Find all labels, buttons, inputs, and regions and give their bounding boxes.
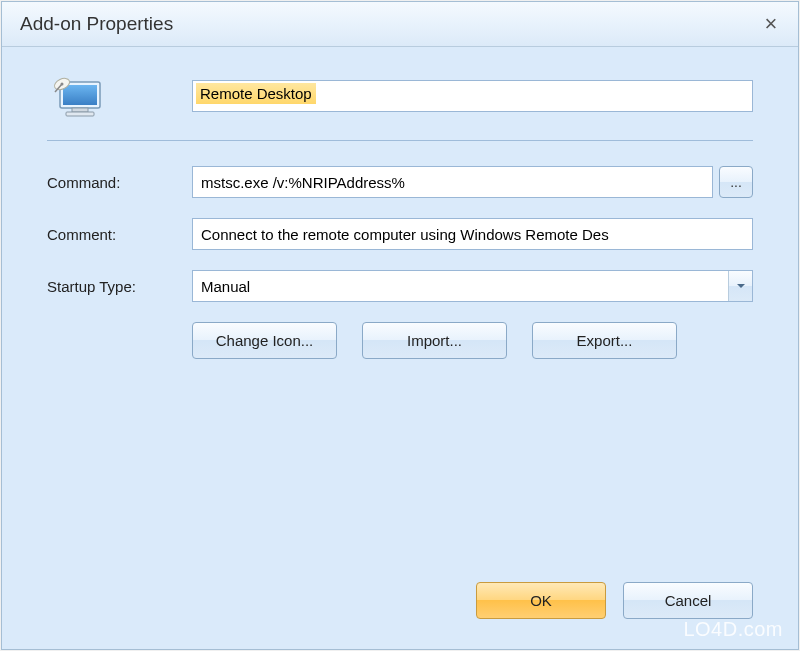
svg-rect-2 — [72, 108, 88, 112]
comment-input[interactable] — [192, 218, 753, 250]
titlebar: Add-on Properties × — [2, 2, 798, 47]
addon-name-input[interactable]: Remote Desktop — [192, 80, 753, 112]
dialog-footer: OK Cancel — [476, 582, 753, 619]
cancel-button[interactable]: Cancel — [623, 582, 753, 619]
startup-row: Startup Type: Manual — [47, 270, 753, 302]
name-row: Remote Desktop — [47, 72, 753, 120]
command-row: Command: ... — [47, 166, 753, 198]
remote-desktop-icon — [52, 72, 104, 120]
separator — [47, 140, 753, 141]
dialog-content: Remote Desktop Command: ... Comment: Sta… — [2, 47, 798, 379]
action-button-row: Change Icon... Import... Export... — [192, 322, 753, 359]
comment-label: Comment: — [47, 226, 192, 243]
svg-point-6 — [61, 83, 64, 86]
command-label: Command: — [47, 174, 192, 191]
ellipsis-icon: ... — [730, 174, 742, 190]
addon-name-value: Remote Desktop — [196, 83, 316, 104]
svg-rect-1 — [63, 85, 97, 105]
watermark: LO4D.com — [683, 618, 783, 641]
svg-rect-3 — [66, 112, 94, 116]
startup-type-value: Manual — [201, 278, 250, 295]
chevron-down-icon[interactable] — [728, 271, 752, 301]
command-input[interactable] — [192, 166, 713, 198]
export-button[interactable]: Export... — [532, 322, 677, 359]
addon-properties-dialog: Add-on Properties × — [1, 1, 799, 650]
dialog-title: Add-on Properties — [20, 13, 173, 35]
browse-command-button[interactable]: ... — [719, 166, 753, 198]
addon-icon-wrap — [47, 72, 157, 120]
close-icon: × — [765, 11, 778, 36]
import-button[interactable]: Import... — [362, 322, 507, 359]
startup-type-label: Startup Type: — [47, 278, 192, 295]
startup-type-select[interactable]: Manual — [192, 270, 753, 302]
comment-row: Comment: — [47, 218, 753, 250]
close-button[interactable]: × — [756, 11, 786, 37]
change-icon-button[interactable]: Change Icon... — [192, 322, 337, 359]
ok-button[interactable]: OK — [476, 582, 606, 619]
